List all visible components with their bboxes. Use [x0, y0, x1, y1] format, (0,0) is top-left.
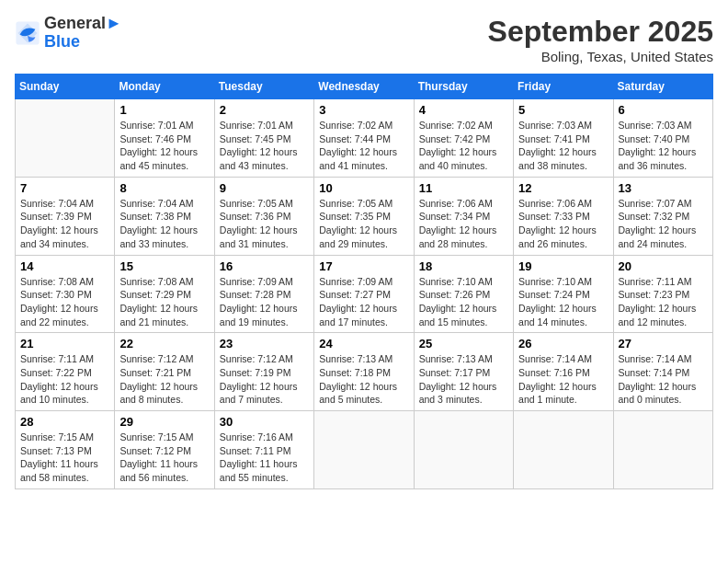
day-info: Sunrise: 7:08 AMSunset: 7:30 PMDaylight:… [20, 275, 109, 329]
week-row-2: 7Sunrise: 7:04 AMSunset: 7:39 PMDaylight… [16, 177, 713, 255]
day-info: Sunrise: 7:12 AMSunset: 7:21 PMDaylight:… [119, 352, 209, 407]
day-info: Sunrise: 7:04 AMSunset: 7:38 PMDaylight:… [119, 197, 209, 251]
day-number: 18 [419, 259, 508, 273]
location-title: Boling, Texas, United States [488, 49, 713, 64]
day-number: 24 [319, 337, 408, 350]
day-info: Sunrise: 7:13 AMSunset: 7:17 PMDaylight:… [419, 352, 508, 407]
day-cell: 7Sunrise: 7:04 AMSunset: 7:39 PMDaylight… [16, 177, 115, 255]
logo: General► Blue [15, 15, 122, 52]
day-info: Sunrise: 7:03 AMSunset: 7:41 PMDaylight:… [518, 119, 608, 173]
day-info: Sunrise: 7:11 AMSunset: 7:22 PMDaylight:… [20, 352, 109, 407]
day-cell [613, 411, 712, 489]
day-info: Sunrise: 7:04 AMSunset: 7:39 PMDaylight:… [20, 197, 109, 251]
day-cell: 29Sunrise: 7:15 AMSunset: 7:12 PMDayligh… [115, 411, 214, 489]
day-info: Sunrise: 7:15 AMSunset: 7:12 PMDaylight:… [119, 431, 209, 485]
day-info: Sunrise: 7:02 AMSunset: 7:42 PMDaylight:… [419, 119, 508, 173]
day-number: 25 [419, 337, 508, 350]
day-number: 13 [619, 181, 708, 195]
day-cell: 21Sunrise: 7:11 AMSunset: 7:22 PMDayligh… [16, 333, 115, 411]
day-cell [16, 99, 115, 178]
day-cell: 30Sunrise: 7:16 AMSunset: 7:11 PMDayligh… [214, 411, 313, 489]
day-cell: 15Sunrise: 7:08 AMSunset: 7:29 PMDayligh… [115, 255, 214, 333]
page-header: General► Blue September 2025 Boling, Tex… [15, 15, 713, 64]
calendar-table: SundayMondayTuesdayWednesdayThursdayFrid… [15, 74, 713, 489]
day-cell [314, 411, 414, 489]
week-row-4: 21Sunrise: 7:11 AMSunset: 7:22 PMDayligh… [16, 333, 713, 411]
day-number: 29 [119, 415, 209, 429]
weekday-header-row: SundayMondayTuesdayWednesdayThursdayFrid… [16, 75, 713, 99]
day-cell [414, 411, 513, 489]
day-number: 4 [419, 103, 508, 117]
day-number: 19 [518, 259, 608, 273]
day-number: 2 [220, 103, 309, 117]
weekday-header-thursday: Thursday [414, 75, 513, 99]
weekday-header-saturday: Saturday [613, 75, 712, 99]
day-info: Sunrise: 7:05 AMSunset: 7:35 PMDaylight:… [319, 197, 408, 251]
day-info: Sunrise: 7:02 AMSunset: 7:44 PMDaylight:… [319, 119, 408, 173]
weekday-header-friday: Friday [514, 75, 613, 99]
day-number: 10 [319, 181, 408, 195]
day-info: Sunrise: 7:12 AMSunset: 7:19 PMDaylight:… [220, 352, 309, 407]
day-number: 5 [518, 103, 608, 117]
day-number: 9 [220, 181, 309, 195]
weekday-header-sunday: Sunday [16, 75, 115, 99]
day-number: 22 [119, 337, 209, 350]
weekday-header-wednesday: Wednesday [314, 75, 414, 99]
day-number: 20 [619, 259, 708, 273]
day-cell: 3Sunrise: 7:02 AMSunset: 7:44 PMDaylight… [314, 99, 414, 178]
month-title: September 2025 [488, 15, 713, 49]
weekday-header-tuesday: Tuesday [214, 75, 313, 99]
day-cell: 17Sunrise: 7:09 AMSunset: 7:27 PMDayligh… [314, 255, 414, 333]
day-cell: 4Sunrise: 7:02 AMSunset: 7:42 PMDaylight… [414, 99, 513, 178]
day-info: Sunrise: 7:16 AMSunset: 7:11 PMDaylight:… [220, 431, 309, 485]
day-number: 21 [20, 337, 109, 350]
day-cell: 28Sunrise: 7:15 AMSunset: 7:13 PMDayligh… [16, 411, 115, 489]
day-cell: 2Sunrise: 7:01 AMSunset: 7:45 PMDaylight… [214, 99, 313, 178]
day-info: Sunrise: 7:11 AMSunset: 7:23 PMDaylight:… [619, 275, 708, 329]
day-info: Sunrise: 7:09 AMSunset: 7:28 PMDaylight:… [220, 275, 309, 329]
day-info: Sunrise: 7:06 AMSunset: 7:34 PMDaylight:… [419, 197, 508, 251]
day-info: Sunrise: 7:01 AMSunset: 7:46 PMDaylight:… [119, 119, 209, 173]
day-cell: 22Sunrise: 7:12 AMSunset: 7:21 PMDayligh… [115, 333, 214, 411]
day-cell: 11Sunrise: 7:06 AMSunset: 7:34 PMDayligh… [414, 177, 513, 255]
day-cell: 16Sunrise: 7:09 AMSunset: 7:28 PMDayligh… [214, 255, 313, 333]
day-cell: 24Sunrise: 7:13 AMSunset: 7:18 PMDayligh… [314, 333, 414, 411]
day-cell: 13Sunrise: 7:07 AMSunset: 7:32 PMDayligh… [613, 177, 712, 255]
day-number: 27 [619, 337, 708, 350]
day-number: 30 [220, 415, 309, 429]
day-number: 12 [518, 181, 608, 195]
day-cell: 5Sunrise: 7:03 AMSunset: 7:41 PMDaylight… [514, 99, 613, 178]
day-number: 8 [119, 181, 209, 195]
weekday-header-monday: Monday [115, 75, 214, 99]
day-cell: 26Sunrise: 7:14 AMSunset: 7:16 PMDayligh… [514, 333, 613, 411]
day-number: 6 [619, 103, 708, 117]
day-info: Sunrise: 7:15 AMSunset: 7:13 PMDaylight:… [20, 431, 109, 485]
logo-icon [15, 20, 40, 46]
week-row-1: 1Sunrise: 7:01 AMSunset: 7:46 PMDaylight… [16, 99, 713, 178]
day-number: 7 [20, 181, 109, 195]
day-cell: 25Sunrise: 7:13 AMSunset: 7:17 PMDayligh… [414, 333, 513, 411]
day-cell: 23Sunrise: 7:12 AMSunset: 7:19 PMDayligh… [214, 333, 313, 411]
week-row-5: 28Sunrise: 7:15 AMSunset: 7:13 PMDayligh… [16, 411, 713, 489]
day-number: 15 [119, 259, 209, 273]
day-cell: 6Sunrise: 7:03 AMSunset: 7:40 PMDaylight… [613, 99, 712, 178]
title-block: September 2025 Boling, Texas, United Sta… [488, 15, 713, 64]
day-cell: 12Sunrise: 7:06 AMSunset: 7:33 PMDayligh… [514, 177, 613, 255]
day-info: Sunrise: 7:01 AMSunset: 7:45 PMDaylight:… [220, 119, 309, 173]
day-info: Sunrise: 7:14 AMSunset: 7:14 PMDaylight:… [619, 352, 708, 407]
day-cell: 27Sunrise: 7:14 AMSunset: 7:14 PMDayligh… [613, 333, 712, 411]
week-row-3: 14Sunrise: 7:08 AMSunset: 7:30 PMDayligh… [16, 255, 713, 333]
day-info: Sunrise: 7:09 AMSunset: 7:27 PMDaylight:… [319, 275, 408, 329]
day-cell: 1Sunrise: 7:01 AMSunset: 7:46 PMDaylight… [115, 99, 214, 178]
day-cell [514, 411, 613, 489]
day-number: 23 [220, 337, 309, 350]
day-info: Sunrise: 7:05 AMSunset: 7:36 PMDaylight:… [220, 197, 309, 251]
day-info: Sunrise: 7:07 AMSunset: 7:32 PMDaylight:… [619, 197, 708, 251]
day-cell: 10Sunrise: 7:05 AMSunset: 7:35 PMDayligh… [314, 177, 414, 255]
day-number: 17 [319, 259, 408, 273]
day-number: 11 [419, 181, 508, 195]
day-info: Sunrise: 7:08 AMSunset: 7:29 PMDaylight:… [119, 275, 209, 329]
day-number: 3 [319, 103, 408, 117]
day-number: 16 [220, 259, 309, 273]
day-info: Sunrise: 7:03 AMSunset: 7:40 PMDaylight:… [619, 119, 708, 173]
